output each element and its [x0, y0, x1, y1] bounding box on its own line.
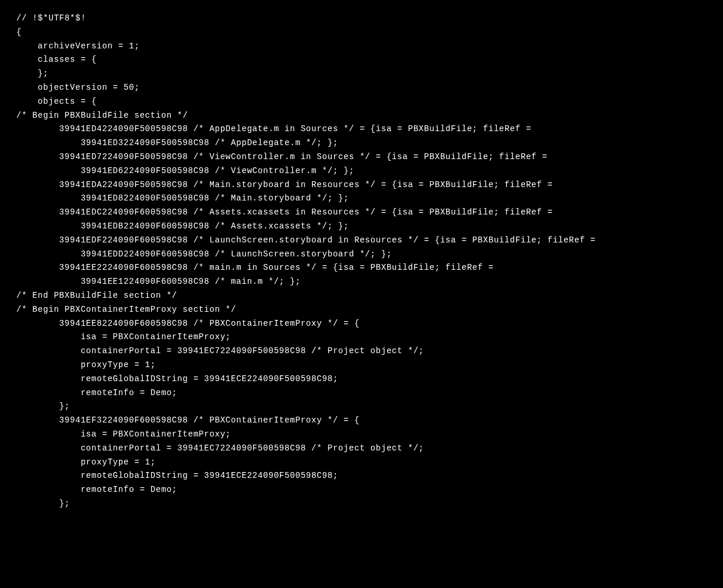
code-line: /* Begin PBXBuildFile section */: [16, 109, 723, 123]
code-line: containerPortal = 39941EC7224090F500598C…: [16, 442, 723, 456]
code-line: 39941EDD224090F600598C98 /* LaunchScreen…: [16, 248, 723, 262]
code-line: };: [16, 497, 723, 511]
code-line: 39941EDF224090F600598C98 /* LaunchScreen…: [16, 234, 723, 248]
code-line: containerPortal = 39941EC7224090F500598C…: [16, 344, 723, 358]
code-line: /* Begin PBXContainerItemProxy section *…: [16, 303, 723, 317]
code-line: 39941EE1224090F600598C98 /* main.m */; }…: [16, 275, 723, 289]
code-line: proxyType = 1;: [16, 456, 723, 470]
code-line: 39941EF3224090F600598C98 /* PBXContainer…: [16, 414, 723, 428]
code-line: 39941EDA224090F500598C98 /* Main.storybo…: [16, 178, 723, 192]
code-line: 39941EDB224090F600598C98 /* Assets.xcass…: [16, 220, 723, 234]
code-line: remoteGlobalIDString = 39941ECE224090F50…: [16, 469, 723, 483]
code-line: archiveVersion = 1;: [16, 40, 723, 54]
code-line: };: [16, 400, 723, 414]
code-line: 39941ED7224090F500598C98 /* ViewControll…: [16, 150, 723, 164]
code-line: 39941ED4224090F500598C98 /* AppDelegate.…: [16, 122, 723, 136]
code-line: proxyType = 1;: [16, 358, 723, 372]
code-line: // !$*UTF8*$!: [16, 12, 723, 26]
code-line: 39941ED6224090F500598C98 /* ViewControll…: [16, 164, 723, 178]
code-line: remoteGlobalIDString = 39941ECE224090F50…: [16, 372, 723, 386]
code-line: remoteInfo = Demo;: [16, 483, 723, 497]
code-line: /* End PBXBuildFile section */: [16, 289, 723, 303]
code-line: 39941EE8224090F600598C98 /* PBXContainer…: [16, 317, 723, 331]
code-line: 39941ED3224090F500598C98 /* AppDelegate.…: [16, 136, 723, 150]
code-line: isa = PBXContainerItemProxy;: [16, 330, 723, 344]
code-line: 39941EDC224090F600598C98 /* Assets.xcass…: [16, 206, 723, 220]
code-line: objects = {: [16, 95, 723, 109]
code-line: remoteInfo = Demo;: [16, 386, 723, 400]
code-line: 39941EE2224090F600598C98 /* main.m in So…: [16, 261, 723, 275]
code-line: {: [16, 26, 723, 40]
code-viewer: // !$*UTF8*$!{ archiveVersion = 1; class…: [0, 0, 723, 511]
code-line: };: [16, 67, 723, 81]
code-line: classes = {: [16, 53, 723, 67]
code-line: isa = PBXContainerItemProxy;: [16, 428, 723, 442]
code-line: 39941ED8224090F500598C98 /* Main.storybo…: [16, 192, 723, 206]
code-line: objectVersion = 50;: [16, 81, 723, 95]
